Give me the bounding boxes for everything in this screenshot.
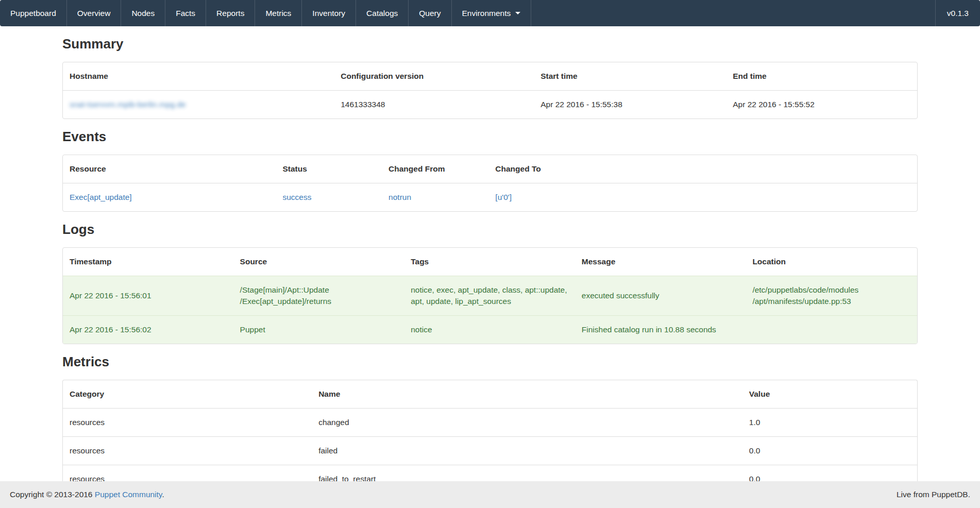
summary-heading: Summary [62, 36, 918, 52]
metrics-table: Category Name Value resources changed 1.… [62, 380, 918, 493]
log-timestamp: Apr 22 2016 - 15:56:01 [63, 276, 234, 316]
nav-item-nodes[interactable]: Nodes [121, 0, 165, 26]
summary-col-end-time: End time [726, 62, 917, 91]
nav-item-facts[interactable]: Facts [165, 0, 206, 26]
metrics-col-value: Value [743, 380, 917, 409]
metrics-col-name: Name [312, 380, 743, 409]
version-badge: v0.1.3 [935, 0, 980, 26]
hostname-link[interactable]: snat-tservvm.mpib-berlin.mpg.de [70, 100, 186, 109]
nav-item-overview[interactable]: Overview [67, 0, 122, 26]
log-location [746, 316, 917, 344]
event-resource-link[interactable]: Exec[apt_update] [70, 193, 132, 201]
copyright-text: Copyright © 2013-2016 Puppet Community. [10, 490, 164, 499]
logs-table: Timestamp Source Tags Message Location A… [62, 247, 918, 344]
puppetdb-status-text: Live from PuppetDB. [897, 490, 970, 499]
log-row: Apr 22 2016 - 15:56:02 Puppet notice Fin… [63, 316, 917, 344]
nav-dropdown-environments[interactable]: Environments [452, 0, 532, 26]
log-tags: notice, exec, apt_update, class, apt::up… [404, 276, 576, 316]
copyright-prefix: Copyright © 2013-2016 [10, 490, 95, 499]
summary-col-hostname: Hostname [63, 62, 334, 91]
log-location: /etc/puppetlabs/code/modules /apt/manife… [746, 276, 917, 316]
metric-value: 0.0 [743, 437, 917, 465]
top-navbar: Puppetboard Overview Nodes Facts Reports… [0, 0, 980, 26]
logs-heading: Logs [62, 222, 918, 238]
summary-row: snat-tservvm.mpib-berlin.mpg.de 14613333… [63, 91, 917, 119]
metric-name: failed [312, 437, 743, 465]
events-col-resource: Resource [63, 155, 277, 183]
events-col-changed-from: Changed From [382, 155, 489, 183]
log-tags: notice [404, 316, 576, 344]
summary-table: Hostname Configuration version Start tim… [62, 62, 918, 119]
navbar-brand[interactable]: Puppetboard [0, 0, 67, 26]
logs-col-source: Source [234, 248, 405, 276]
config-version-value: 1461333348 [334, 91, 534, 119]
metrics-col-category: Category [63, 380, 312, 409]
environments-label: Environments [462, 9, 511, 18]
events-col-changed-to: Changed To [489, 155, 917, 183]
caret-down-icon [515, 12, 520, 14]
copyright-suffix: . [162, 490, 164, 499]
metric-name: changed [312, 409, 743, 437]
logs-col-timestamp: Timestamp [63, 248, 234, 276]
navbar-spacer [531, 0, 935, 26]
log-row: Apr 22 2016 - 15:56:01 /Stage[main]/Apt:… [63, 276, 917, 316]
metric-category: resources [63, 437, 312, 465]
log-message: executed successfully [576, 276, 747, 316]
nav-item-reports[interactable]: Reports [206, 0, 255, 26]
logs-col-location: Location [746, 248, 917, 276]
log-location-line: /etc/puppetlabs/code/modules [752, 284, 911, 296]
logs-col-tags: Tags [404, 248, 576, 276]
log-timestamp: Apr 22 2016 - 15:56:02 [63, 316, 234, 344]
metric-value: 1.0 [743, 409, 917, 437]
nav-item-metrics[interactable]: Metrics [255, 0, 302, 26]
metric-row: resources changed 1.0 [63, 409, 917, 437]
summary-col-start-time: Start time [534, 62, 726, 91]
log-source-line: /Exec[apt_update]/returns [240, 296, 399, 307]
metrics-heading: Metrics [62, 354, 918, 370]
events-heading: Events [62, 129, 918, 145]
events-col-status: Status [277, 155, 383, 183]
nav-item-catalogs[interactable]: Catalogs [356, 0, 409, 26]
puppet-community-link[interactable]: Puppet Community [95, 490, 162, 499]
event-changed-from-link[interactable]: notrun [388, 193, 411, 201]
log-source: /Stage[main]/Apt::Update /Exec[apt_updat… [234, 276, 405, 316]
report-page: Summary Hostname Configuration version S… [0, 36, 980, 493]
log-message: Finished catalog run in 10.88 seconds [576, 316, 747, 344]
event-row: Exec[apt_update] success notrun [u'0'] [63, 183, 917, 212]
metric-row: resources failed 0.0 [63, 437, 917, 465]
start-time-value: Apr 22 2016 - 15:55:38 [534, 91, 726, 119]
nav-item-inventory[interactable]: Inventory [302, 0, 356, 26]
log-source-line: /Stage[main]/Apt::Update [240, 284, 399, 296]
log-location-line: /apt/manifests/update.pp:53 [752, 296, 911, 307]
events-table: Resource Status Changed From Changed To … [62, 155, 918, 212]
logs-col-message: Message [576, 248, 747, 276]
metric-category: resources [63, 409, 312, 437]
summary-col-config-version: Configuration version [334, 62, 534, 91]
event-status-link[interactable]: success [283, 193, 312, 201]
event-changed-to-link[interactable]: [u'0'] [495, 193, 512, 201]
page-footer: Copyright © 2013-2016 Puppet Community. … [0, 481, 980, 508]
end-time-value: Apr 22 2016 - 15:55:52 [726, 91, 917, 119]
log-source: Puppet [234, 316, 405, 344]
nav-item-query[interactable]: Query [409, 0, 451, 26]
